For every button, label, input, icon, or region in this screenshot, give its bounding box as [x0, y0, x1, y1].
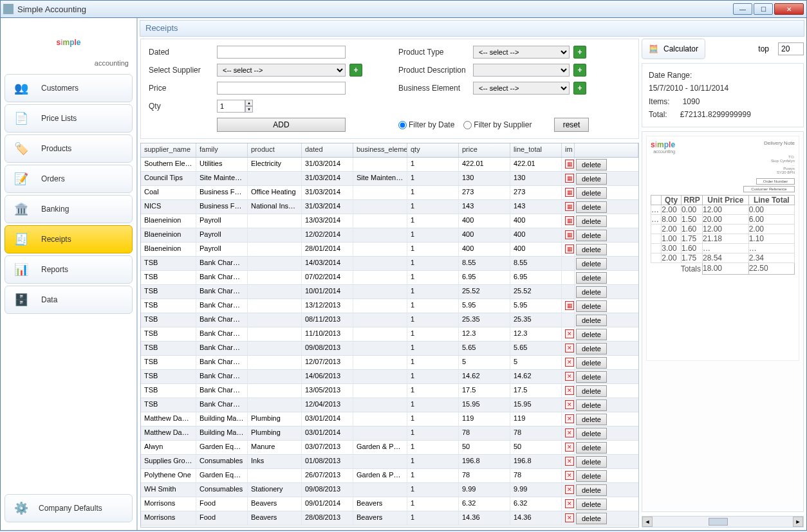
col-business-element[interactable]: business_eleme [353, 143, 407, 157]
table-row[interactable]: WH SmithConsumablesStationery09/08/20131… [141, 483, 638, 497]
filter-by-date-radio[interactable]: Filter by Date [398, 120, 454, 129]
col-dated[interactable]: dated [302, 143, 353, 157]
delete-button[interactable]: delete [576, 357, 607, 369]
table-row[interactable]: TSBBank Charges09/08/201315.655.65✕delet… [141, 342, 638, 356]
nav-price-lists[interactable]: 📄Price Lists [5, 104, 133, 133]
col-line-total[interactable]: line_total [510, 143, 562, 157]
delete-button[interactable]: delete [576, 499, 607, 510]
product-type-select[interactable]: <-- select --> [473, 46, 570, 59]
delete-button[interactable]: delete [576, 371, 607, 383]
delete-button[interactable]: delete [576, 399, 607, 411]
dated-input[interactable] [217, 46, 346, 59]
reset-button[interactable]: reset [554, 118, 589, 132]
price-input[interactable] [217, 82, 346, 95]
delete-button[interactable]: delete [576, 385, 607, 397]
delete-button[interactable]: delete [576, 442, 607, 454]
col-price[interactable]: price [459, 143, 510, 157]
scroll-left-button[interactable]: ◄ [642, 517, 653, 527]
delete-button[interactable]: delete [576, 470, 607, 482]
qty-down-button[interactable]: ▼ [245, 106, 253, 113]
delete-button[interactable]: delete [576, 159, 607, 170]
filter-by-supplier-radio[interactable]: Filter by Supplier [463, 120, 532, 129]
delete-button[interactable]: delete [576, 173, 607, 185]
nav-products[interactable]: 🏷️Products [5, 134, 133, 163]
add-product-desc-button[interactable]: + [573, 64, 586, 77]
scroll-thumb[interactable] [709, 518, 728, 526]
table-row[interactable]: TSBBank Charges14/06/2013114.6214.62✕del… [141, 370, 638, 384]
delete-button[interactable]: delete [576, 329, 607, 340]
nav-receipts[interactable]: 🧾Receipts [5, 225, 133, 253]
add-button[interactable]: ADD [217, 118, 346, 132]
table-row[interactable]: NICSBusiness FeesNational Insur…31/03/20… [141, 200, 638, 214]
col-qty[interactable]: qty [407, 143, 459, 157]
col-img[interactable]: im [562, 143, 575, 157]
delete-button[interactable]: delete [576, 456, 607, 468]
table-row[interactable]: Matthew Dav…Building Mate…Plumbing03/01/… [141, 412, 638, 427]
scroll-right-button[interactable]: ► [793, 517, 803, 527]
calculator-label: Calculator [663, 44, 698, 53]
top-input[interactable] [778, 42, 804, 55]
qty-input[interactable] [217, 100, 245, 113]
close-button[interactable]: ✕ [774, 3, 804, 15]
nav-reports[interactable]: 📊Reports [5, 255, 133, 284]
nav-data[interactable]: 🗄️Data [5, 286, 133, 314]
table-row[interactable]: TSBBank Charges13/12/201315.955.95▦delet… [141, 299, 638, 313]
table-row[interactable]: TSBBank Charges12/07/2013155✕delete [141, 356, 638, 370]
delete-button[interactable]: delete [576, 315, 607, 326]
table-row[interactable]: TSBBank Charges11/10/2013112.312.3✕delet… [141, 327, 638, 342]
delete-button[interactable]: delete [576, 272, 607, 284]
col-product[interactable]: product [248, 143, 302, 157]
table-row[interactable]: CoalBusiness FeesOffice Heating31/03/201… [141, 186, 638, 200]
table-row[interactable]: TSBBank Charges10/01/2014125.5225.52dele… [141, 285, 638, 299]
add-product-type-button[interactable]: + [573, 46, 586, 59]
delete-button[interactable]: delete [576, 300, 607, 312]
table-row[interactable]: TSBBank Charges12/04/2013115.9515.95✕del… [141, 398, 638, 412]
table-row[interactable]: Matthew Dav…Building Mate…Plumbing03/01/… [141, 427, 638, 441]
delete-button[interactable]: delete [576, 230, 607, 241]
delete-button[interactable]: delete [576, 343, 607, 354]
delete-button[interactable]: delete [576, 201, 607, 213]
nav-banking[interactable]: 🏛️Banking [5, 195, 133, 223]
add-supplier-button[interactable]: + [349, 64, 362, 77]
grid-body[interactable]: Southern Ele…UtilitiesElectricity31/03/2… [141, 158, 638, 527]
supplier-select[interactable]: <-- select --> [217, 64, 346, 77]
table-row[interactable]: Polythene OneGarden Equi…26/07/2013Garde… [141, 469, 638, 483]
nav-orders[interactable]: 📝Orders [5, 165, 133, 193]
delete-button[interactable]: delete [576, 258, 607, 270]
table-row[interactable]: MorrisonsFoodBeavers09/01/2014Beavers16.… [141, 497, 638, 511]
table-row[interactable]: AlwynGarden Equi…Manure03/07/2013Garden … [141, 441, 638, 455]
qty-label: Qty [149, 102, 213, 111]
delete-button[interactable]: delete [576, 187, 607, 199]
table-row[interactable]: TSBBank Charges08/11/2013125.3525.35dele… [141, 313, 638, 327]
product-desc-select[interactable] [473, 64, 570, 77]
table-row[interactable]: TSBBank Charges14/03/201418.558.55delete [141, 257, 638, 271]
table-row[interactable]: TSBBank Charges13/05/2013117.517.5✕delet… [141, 384, 638, 398]
delete-button[interactable]: delete [576, 216, 607, 227]
business-element-select[interactable]: <-- select --> [473, 82, 570, 95]
table-row[interactable]: Southern Ele…UtilitiesElectricity31/03/2… [141, 158, 638, 172]
delete-button[interactable]: delete [576, 513, 607, 524]
grid-header: supplier_name family product dated busin… [141, 143, 638, 158]
delete-button[interactable]: delete [576, 428, 607, 439]
nav-customers[interactable]: 👥Customers [5, 74, 133, 102]
maximize-button[interactable]: ☐ [754, 3, 773, 15]
col-supplier[interactable]: supplier_name [141, 143, 196, 157]
table-row[interactable]: BlaeneinionPayroll28/01/20141400400▦dele… [141, 243, 638, 257]
table-row[interactable]: MorrisonsFoodBeavers28/08/2013Beavers114… [141, 511, 638, 526]
table-row[interactable]: Supplies GroupConsumablesInks01/08/20131… [141, 455, 638, 469]
minimize-button[interactable]: — [733, 3, 752, 15]
delete-button[interactable]: delete [576, 286, 607, 298]
table-row[interactable]: TSBBank Charges07/02/201416.956.95delete [141, 271, 638, 285]
delete-button[interactable]: delete [576, 484, 607, 496]
add-business-element-button[interactable]: + [573, 82, 586, 95]
qty-up-button[interactable]: ▲ [245, 100, 253, 106]
delete-button[interactable]: delete [576, 244, 607, 255]
table-row[interactable]: Council TipsSite Mainten…31/03/2014Site … [141, 172, 638, 186]
table-row[interactable]: BlaeneinionPayroll13/03/20141400400▦dele… [141, 214, 638, 228]
preview-scrollbar[interactable]: ◄ ► [642, 516, 804, 527]
col-family[interactable]: family [196, 143, 248, 157]
company-defaults-button[interactable]: ⚙️ Company Defaults [5, 494, 133, 522]
table-row[interactable]: BlaeneinionPayroll12/02/20141400400▦dele… [141, 228, 638, 243]
calculator-button[interactable]: 🧮 Calculator [642, 39, 705, 59]
delete-button[interactable]: delete [576, 414, 607, 425]
